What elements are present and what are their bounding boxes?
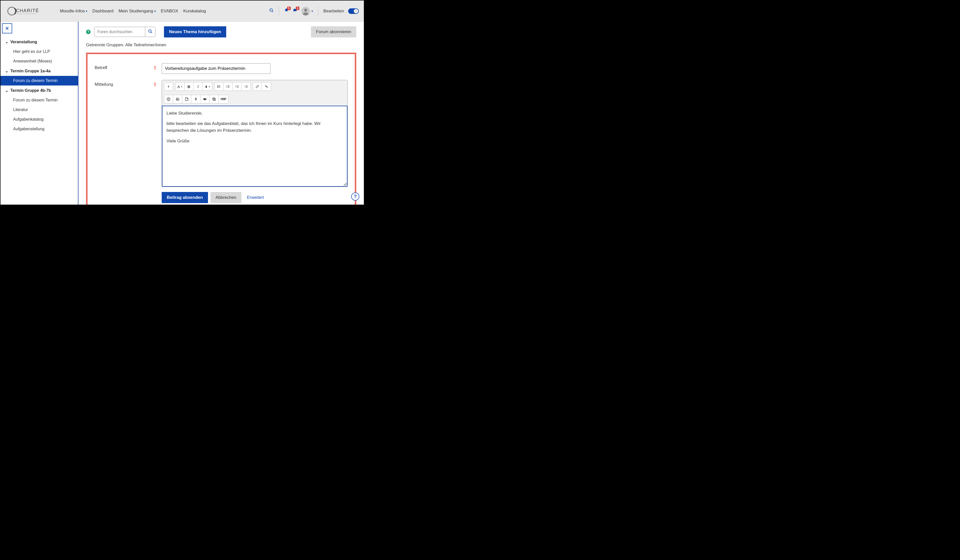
svg-point-12 — [218, 86, 218, 86]
indent-button[interactable] — [242, 82, 251, 91]
submit-post-button[interactable]: Beitrag absenden — [162, 192, 208, 203]
advanced-link[interactable]: Erweitert — [247, 195, 264, 200]
forum-search-input[interactable] — [94, 27, 145, 37]
editor-body[interactable]: Liebe Studierende, bitte bearbeiten sie … — [162, 106, 347, 187]
editor-paragraph: bitte bearbeiten sie das Aufgabenblatt, … — [166, 120, 343, 134]
svg-rect-38 — [213, 98, 214, 100]
nav-evabox[interactable]: EVABOX — [161, 9, 178, 14]
microphone-button[interactable] — [191, 95, 200, 104]
link-button[interactable] — [253, 82, 262, 91]
chevron-down-icon: ⌄ — [5, 69, 8, 73]
svg-text:3: 3 — [226, 87, 227, 88]
nav-dashboard[interactable]: Dashboard — [92, 9, 114, 14]
messages-icon[interactable]: 1 — [293, 8, 297, 14]
sidebar-item-aufgabenstellung[interactable]: Aufgabenstellung — [0, 124, 78, 134]
nav-label: EVABOX — [161, 9, 178, 14]
messages-badge: 1 — [296, 6, 299, 10]
svg-rect-37 — [203, 98, 205, 100]
unlink-button[interactable] — [262, 82, 271, 91]
chevron-down-icon: ⌄ — [5, 40, 8, 44]
chevron-down-icon: ⌄ — [5, 88, 8, 93]
new-topic-button[interactable]: Neues Thema hinzufügen — [164, 26, 226, 37]
top-navbar: CHARITÉ UNIVERSITÄTSMEDIZIN BERLIN Moodl… — [0, 0, 364, 22]
numbered-list-button[interactable]: 123 — [223, 82, 232, 91]
h5p-button[interactable]: H5P — [219, 95, 229, 104]
editor-paragraph: Viele Grüße — [166, 137, 343, 144]
help-icon[interactable]: ? — [86, 30, 91, 34]
nav-label: Mein Studiengang — [118, 9, 153, 14]
cancel-button[interactable]: Abbrechen — [211, 192, 242, 203]
svg-point-16 — [218, 87, 218, 88]
nav-mein-studiengang[interactable]: Mein Studiengang▾ — [118, 9, 155, 14]
chevron-down-icon: ▾ — [312, 10, 313, 13]
nav-label: Moodle-Infos — [60, 9, 85, 14]
outdent-button[interactable] — [232, 82, 242, 91]
sidebar-item-llp[interactable]: Hier geht es zur LLP — [0, 47, 78, 56]
separator — [279, 6, 279, 16]
caret-down-icon: ▾ — [181, 85, 182, 88]
section-title: Veranstaltung — [10, 40, 37, 44]
sidebar-section-veranstaltung[interactable]: ⌄Veranstaltung — [0, 37, 78, 47]
edit-mode-label: Bearbeiten — [323, 9, 344, 14]
svg-text:UNIVERSITÄTSMEDIZIN BERLIN: UNIVERSITÄTSMEDIZIN BERLIN — [16, 13, 37, 14]
new-post-form: Betreff ❗ Mitteilung ❗ — [86, 53, 356, 205]
editor-toolbar: A▾ B I ▾ 123 — [162, 80, 347, 106]
svg-rect-39 — [213, 98, 215, 101]
svg-line-11 — [151, 32, 152, 33]
nav-label: Dashboard — [92, 9, 114, 14]
subscribe-button[interactable]: Forum abonnieren — [311, 26, 356, 37]
svg-point-31 — [167, 97, 170, 101]
brand-logo[interactable]: CHARITÉ UNIVERSITÄTSMEDIZIN BERLIN — [7, 5, 52, 18]
nav-moodle-infos[interactable]: Moodle-Infos▾ — [60, 9, 87, 14]
svg-rect-34 — [176, 98, 179, 100]
manage-files-button[interactable] — [210, 95, 219, 104]
sidebar-item-forum-4b7b[interactable]: Forum zu diesem Termin — [0, 95, 78, 105]
sidebar-section-termin-1a-4a[interactable]: ⌄Termin Gruppe 1a-4a — [0, 66, 78, 76]
sidebar-item-aufgabenkatalog[interactable]: Aufgabenkatalog — [0, 115, 78, 124]
image-button[interactable] — [173, 95, 182, 104]
close-drawer-button[interactable] — [2, 23, 12, 34]
floating-help-button[interactable]: ? — [351, 193, 359, 201]
svg-text:CHARITÉ: CHARITÉ — [16, 8, 39, 13]
course-index-sidebar: ⌄Veranstaltung Hier geht es zur LLP Anwe… — [0, 22, 78, 205]
text-color-button[interactable]: ▾ — [203, 82, 212, 91]
required-icon: ❗ — [153, 63, 157, 70]
sidebar-item-literatur[interactable]: Literatur — [0, 105, 78, 115]
user-menu[interactable]: ▾ — [301, 7, 313, 16]
separator — [318, 6, 318, 16]
bold-button[interactable]: B — [184, 82, 194, 91]
media-button[interactable] — [182, 95, 191, 104]
svg-point-14 — [218, 86, 218, 87]
italic-button[interactable]: I — [194, 82, 203, 91]
section-title: Termin Gruppe 1a-4a — [10, 69, 51, 73]
search-icon[interactable] — [269, 8, 274, 14]
main-content: ? Neues Thema hinzufügen Forum abonniere… — [78, 22, 364, 205]
video-button[interactable] — [200, 95, 210, 104]
subject-input[interactable] — [162, 63, 270, 74]
paragraph-style-button[interactable]: A▾ — [175, 82, 184, 91]
rich-text-editor: A▾ B I ▾ 123 — [162, 80, 348, 187]
subject-label: Betreff — [94, 63, 153, 70]
section-title: Termin Gruppe 4b-7b — [10, 88, 51, 93]
sidebar-item-anwesenheit[interactable]: Anwesenheit (Moses) — [0, 56, 78, 66]
forum-search-button[interactable] — [145, 27, 155, 37]
forum-search — [94, 27, 155, 37]
bullet-list-button[interactable] — [214, 82, 223, 91]
nav-kurskatalog[interactable]: Kurskatalog — [183, 9, 206, 14]
resize-handle[interactable] — [343, 183, 346, 186]
sidebar-item-forum-1a4a[interactable]: Forum zu diesem Termin — [0, 76, 78, 86]
group-mode-line: Getrennte Gruppen: Alle Teilnehmer/innen — [86, 43, 356, 48]
editor-paragraph: Liebe Studierende, — [166, 110, 343, 116]
sidebar-section-termin-4b-7b[interactable]: ⌄Termin Gruppe 4b-7b — [0, 86, 78, 95]
edit-mode-toggle[interactable] — [348, 8, 359, 14]
svg-line-4 — [272, 11, 273, 12]
svg-point-3 — [270, 9, 272, 11]
notifications-icon[interactable]: 5 — [284, 8, 289, 14]
toolbar-expand-button[interactable] — [164, 82, 173, 91]
chevron-down-icon: ▾ — [86, 10, 87, 13]
notifications-badge: 5 — [287, 6, 291, 10]
svg-point-10 — [149, 30, 151, 32]
svg-rect-36 — [195, 97, 196, 99]
forum-toolbar: ? Neues Thema hinzufügen Forum abonniere… — [86, 26, 356, 37]
emoji-button[interactable] — [164, 95, 173, 104]
